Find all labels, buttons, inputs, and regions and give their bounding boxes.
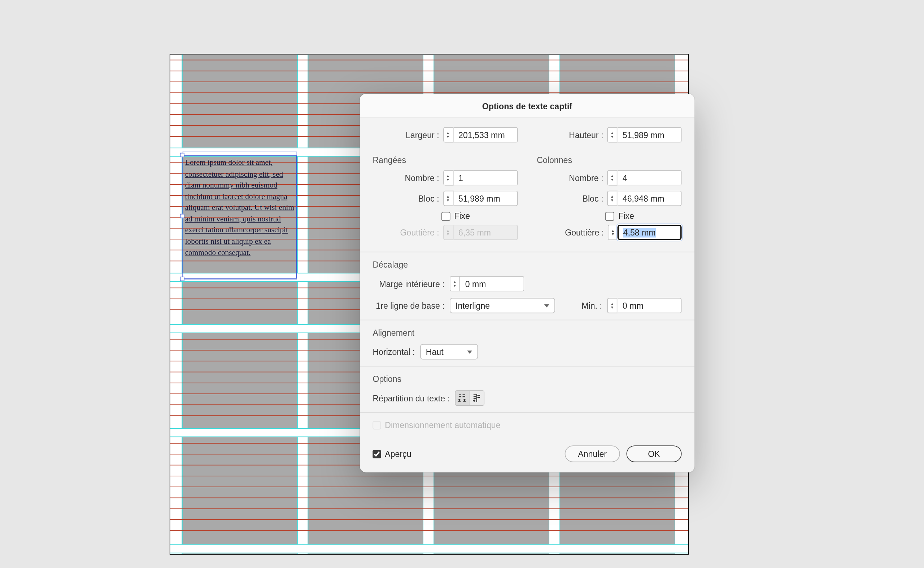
cols-block-stepper[interactable]: ▴▾ (607, 191, 682, 206)
preview-label: Aperçu (385, 449, 411, 459)
divider (360, 412, 694, 413)
cancel-button[interactable]: Annuler (565, 446, 620, 462)
firstline-select[interactable]: Interligne (450, 298, 555, 313)
stepper-arrows-icon[interactable]: ▴▾ (443, 127, 453, 142)
rows-number-stepper[interactable]: ▴▾ (443, 170, 517, 186)
rows-gutter-input (453, 225, 518, 240)
text-distribution-toggle[interactable] (455, 390, 485, 406)
width-stepper[interactable]: ▴▾ (443, 127, 517, 142)
cols-number-stepper[interactable]: ▴▾ (607, 170, 682, 186)
stepper-arrows-icon[interactable]: ▴▾ (608, 225, 618, 240)
horizontal-label: Horizontal : (373, 347, 415, 357)
cols-block-label: Bloc : (583, 194, 603, 203)
rows-gutter-label: Gouttière : (400, 228, 439, 237)
columns-section-title: Colonnes (537, 156, 682, 165)
text-frame[interactable]: Lorem ipsum dolor sit amet, consectetuer… (183, 156, 297, 279)
cols-fixed-label: Fixe (618, 211, 634, 221)
height-stepper[interactable]: ▴▾ (607, 127, 682, 142)
divider (360, 252, 694, 252)
rows-number-label: Nombre : (404, 173, 439, 183)
divider (360, 366, 694, 367)
rows-fixed-label: Fixe (454, 211, 470, 221)
area-type-options-dialog: Options de texte captif Largeur : ▴▾ Hau (360, 94, 694, 473)
stepper-arrows-icon[interactable]: ▴▾ (443, 191, 453, 206)
stepper-arrows-icon[interactable]: ▴▾ (607, 191, 617, 206)
selection-handle[interactable] (180, 276, 184, 281)
rows-block-input[interactable] (453, 191, 518, 206)
rows-section-title: Rangées (373, 156, 517, 165)
preview-checkbox[interactable] (373, 450, 381, 458)
dialog-title: Options de texte captif (360, 94, 694, 118)
firstline-label: 1re ligne de base : (373, 301, 444, 311)
stepper-arrows-icon[interactable]: ▴▾ (443, 170, 453, 186)
rows-block-label: Bloc : (418, 194, 439, 203)
align-section-title: Alignement (373, 328, 682, 338)
rows-gutter-stepper: ▴▾ (443, 225, 517, 240)
firstline-value: Interligne (456, 301, 490, 311)
rows-block-stepper[interactable]: ▴▾ (443, 191, 517, 206)
height-label: Hauteur : (569, 130, 603, 140)
cols-gutter-label: Gouttière : (565, 228, 604, 237)
width-label: Largeur : (406, 130, 439, 140)
stepper-arrows-icon[interactable]: ▴▾ (607, 170, 617, 186)
stepper-arrows-icon: ▴▾ (443, 225, 453, 240)
min-label: Min. : (582, 301, 602, 311)
distribute-by-column-icon[interactable] (470, 391, 484, 405)
rows-number-input[interactable] (453, 170, 518, 186)
width-input[interactable] (453, 127, 518, 142)
horizontal-value: Haut (426, 347, 444, 357)
height-input[interactable] (618, 127, 682, 142)
offset-section-title: Décalage (373, 260, 682, 270)
autosize-label: Dimensionnement automatique (385, 420, 500, 430)
cols-number-label: Nombre : (569, 173, 603, 183)
stepper-arrows-icon[interactable]: ▴▾ (607, 298, 617, 313)
cols-number-input[interactable] (618, 170, 682, 186)
selection-handle[interactable] (180, 153, 184, 157)
inset-stepper[interactable]: ▴▾ (450, 276, 524, 292)
options-section-title: Options (373, 374, 682, 384)
selection-handle[interactable] (180, 214, 184, 218)
divider (360, 320, 694, 320)
text-distribution-label: Répartition du texte : (373, 393, 450, 403)
cols-block-input[interactable] (618, 191, 682, 206)
cols-gutter-input[interactable] (618, 225, 682, 240)
cols-fixed-checkbox[interactable] (606, 212, 615, 221)
inset-input[interactable] (460, 276, 524, 292)
distribute-by-row-icon[interactable] (456, 391, 470, 405)
stepper-arrows-icon[interactable]: ▴▾ (607, 127, 617, 142)
horizontal-select[interactable]: Haut (420, 344, 478, 360)
min-stepper[interactable]: ▴▾ (607, 298, 682, 313)
min-input[interactable] (618, 298, 682, 313)
inset-label: Marge intérieure : (373, 279, 444, 289)
ok-button[interactable]: OK (627, 446, 682, 462)
autosize-row: Dimensionnement automatique (373, 420, 682, 430)
cols-gutter-stepper[interactable]: ▴▾ (608, 225, 682, 240)
rows-fixed-checkbox[interactable] (441, 212, 450, 221)
stepper-arrows-icon[interactable]: ▴▾ (450, 276, 460, 292)
autosize-checkbox (373, 421, 381, 429)
